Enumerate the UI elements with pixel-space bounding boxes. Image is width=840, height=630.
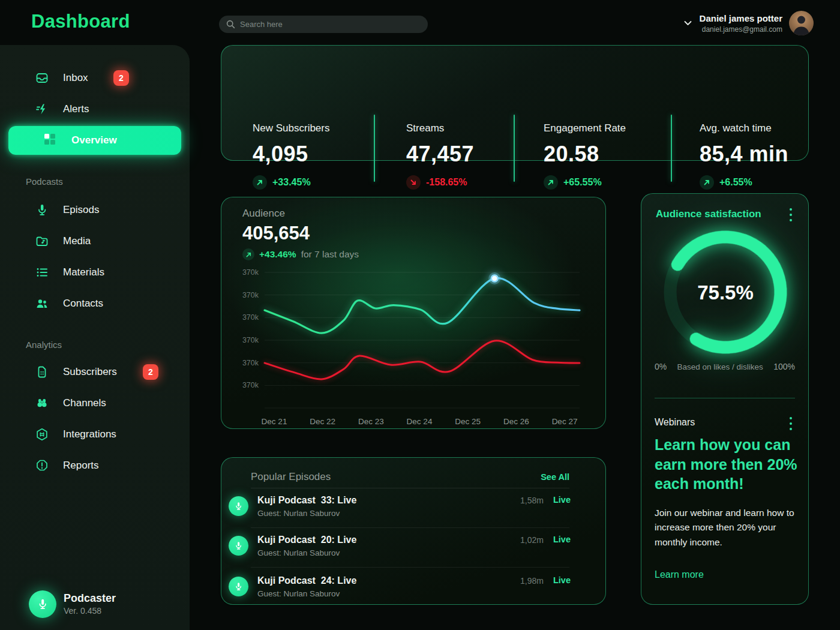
inbox-badge: 2 <box>113 70 129 86</box>
search-bar[interactable] <box>219 16 428 33</box>
sidebar-item-subscribers[interactable]: Subscribers 2 <box>0 358 190 386</box>
popular-episodes-card: Popular Episodes See All Kuji Podcast 33… <box>221 457 606 605</box>
contacts-icon <box>35 296 49 311</box>
stat-new-subscribers: New Subscribers 4,095 +33.45% <box>253 122 330 190</box>
sidebar: Inbox 2 Alerts Overview Podcasts Episods <box>0 45 190 630</box>
webinar-body: Join our webinar and learn how to increa… <box>655 506 799 550</box>
sidebar-item-media[interactable]: Media <box>0 227 190 256</box>
binoculars-icon <box>35 396 49 410</box>
stat-change: +6.55% <box>719 177 752 188</box>
subscribers-badge: 2 <box>143 364 158 380</box>
microphone-icon <box>229 577 248 596</box>
sim-card-icon <box>35 365 49 379</box>
sidebar-item-label: Episods <box>63 204 99 216</box>
episode-views: 1,98m <box>520 576 544 586</box>
episode-title: Kuji Podcast 20: Live <box>257 535 356 545</box>
user-email: daniel.james@gmail.com <box>700 25 782 34</box>
gauge-caption: Based on likes / dislikes <box>677 362 763 371</box>
webinars-title: Webinars <box>655 417 695 428</box>
x-tick-label: Dec 27 <box>552 417 578 426</box>
stat-change: -158.65% <box>426 177 467 188</box>
stats-card: New Subscribers 4,095 +33.45% Streams 47… <box>221 45 809 161</box>
episode-guest: Guest: Nurlan Saburov <box>257 509 340 518</box>
stat-label: Avg. watch time <box>700 122 788 134</box>
x-tick-label: Dec 24 <box>407 417 433 426</box>
stat-streams: Streams 47,457 -158.65% <box>406 122 474 190</box>
audience-line-chart: 370k370k370k370k370k370kDec 21Dec 22Dec … <box>221 197 607 430</box>
integrations-icon <box>35 427 49 442</box>
divider <box>374 115 375 182</box>
episode-live-badge: Live <box>553 535 571 544</box>
sidebar-item-alerts[interactable]: Alerts <box>0 95 190 124</box>
microphone-icon <box>35 203 49 217</box>
sidebar-item-contacts[interactable]: Contacts <box>0 289 190 318</box>
alerts-icon <box>35 102 49 116</box>
sidebar-item-label: Inbox <box>63 72 88 84</box>
stat-change: +33.45% <box>272 177 311 188</box>
app-name: Podcaster <box>64 592 116 605</box>
stat-avg-watch-time: Avg. watch time 85,4 min +6.55% <box>700 122 788 190</box>
sidebar-item-reports[interactable]: Reports <box>0 451 190 480</box>
webinar-headline: Learn how you can earn more then 20% eac… <box>655 435 802 494</box>
divider <box>514 115 515 182</box>
divider <box>251 567 569 568</box>
media-folder-icon <box>35 234 49 248</box>
episode-guest: Guest: Nurlan Saburov <box>257 589 340 598</box>
trend-up-icon <box>253 175 267 190</box>
y-tick-label: 370k <box>242 381 259 389</box>
trend-up-icon <box>544 175 558 190</box>
y-tick-label: 370k <box>242 268 259 277</box>
user-menu[interactable]: Daniel james potter daniel.james@gmail.c… <box>684 11 814 35</box>
stat-label: Streams <box>406 122 474 134</box>
x-tick-label: Dec 25 <box>455 417 481 426</box>
search-icon <box>226 20 235 29</box>
episode-guest: Guest: Nurlan Saburov <box>257 548 340 557</box>
divider <box>251 488 569 488</box>
microphone-icon <box>229 496 248 516</box>
x-tick-label: Dec 23 <box>358 417 384 426</box>
divider <box>671 115 672 182</box>
sidebar-item-integrations[interactable]: Integrations <box>0 420 190 449</box>
sidebar-item-materials[interactable]: Materials <box>0 258 190 287</box>
gauge-min-label: 0% <box>655 362 667 371</box>
microphone-icon <box>229 536 248 556</box>
trend-down-icon <box>406 175 421 190</box>
inbox-icon <box>35 71 49 85</box>
podcaster-logo-icon <box>29 590 56 618</box>
y-tick-label: 370k <box>242 291 259 299</box>
episode-views: 1,02m <box>520 535 544 545</box>
see-all-link[interactable]: See All <box>541 472 569 482</box>
stat-label: Engagement Rate <box>544 122 626 134</box>
kebab-menu-icon[interactable] <box>787 417 795 430</box>
episode-title: Kuji Podcast 24: Live <box>257 575 356 586</box>
episode-row[interactable]: Kuji Podcast 24: Live Guest: Nurlan Sabu… <box>221 575 607 614</box>
sidebar-item-inbox[interactable]: Inbox 2 <box>0 64 190 92</box>
gauge-max-label: 100% <box>773 362 795 371</box>
sidebar-item-channels[interactable]: Channels <box>0 389 190 418</box>
stat-engagement-rate: Engagement Rate 20.58 +65.55% <box>544 122 626 190</box>
episode-live-badge: Live <box>553 575 571 585</box>
search-input[interactable] <box>240 20 421 29</box>
stat-value: 85,4 min <box>700 142 788 167</box>
list-icon <box>35 265 49 280</box>
sidebar-item-label: Subscribers <box>63 366 117 378</box>
report-icon <box>35 458 49 473</box>
y-tick-label: 370k <box>242 359 259 367</box>
sidebar-item-episods[interactable]: Episods <box>0 196 190 224</box>
chart-marker-dot[interactable] <box>491 275 498 281</box>
x-tick-label: Dec 21 <box>262 417 287 426</box>
divider <box>251 527 569 528</box>
sidebar-item-label: Overview <box>71 134 117 146</box>
right-panel-card: Audience satisfaction 75.5% 0% Based on … <box>641 193 809 605</box>
audience-chart-card: Audience 405,654 +43.46% for 7 last days… <box>221 197 606 429</box>
learn-more-link[interactable]: Learn more <box>655 569 704 580</box>
sidebar-item-label: Reports <box>63 460 99 472</box>
satisfaction-percent: 75.5% <box>641 281 809 304</box>
stat-value: 20.58 <box>544 142 626 167</box>
avatar[interactable] <box>789 11 814 35</box>
divider <box>655 398 795 398</box>
app-logo: Dashboard <box>31 11 130 32</box>
sidebar-item-overview[interactable]: Overview <box>8 126 181 155</box>
overview-icon <box>43 133 56 148</box>
stat-label: New Subscribers <box>253 122 330 134</box>
